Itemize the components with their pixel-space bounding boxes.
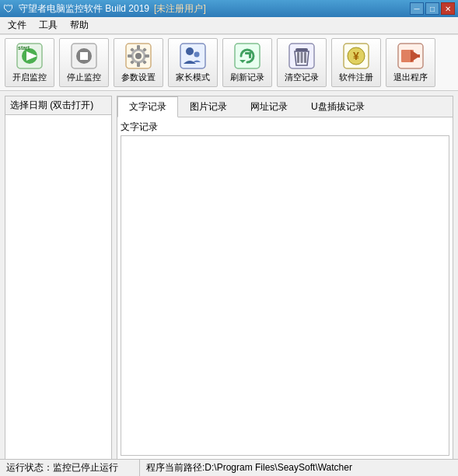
status-right: 程序当前路径:D:\Program Files\SeaySoft\Watcher (140, 461, 358, 474)
svg-rect-12 (128, 54, 132, 58)
stop-monitor-label: 停止监控 (67, 72, 101, 83)
parent-mode-button[interactable]: 家长模式 (168, 38, 218, 87)
minimize-button[interactable]: ─ (410, 2, 424, 15)
toolbar: start 开启监控 停止监控 (0, 34, 458, 91)
svg-rect-6 (80, 52, 88, 60)
main-content: 选择日期 (双击打开) 文字记录 图片记录 网址记录 U盘插拔记录 文字记录 (0, 91, 458, 464)
menu-help[interactable]: 帮助 (64, 17, 95, 33)
menu-file[interactable]: 文件 (2, 17, 33, 33)
tab-url-log[interactable]: 网址记录 (239, 96, 299, 117)
clear-button[interactable]: 清空记录 (277, 38, 327, 87)
menu-bar: 文件 工具 帮助 (0, 17, 458, 34)
exit-button[interactable]: 退出程序 (386, 38, 435, 87)
tab-bar: 文字记录 图片记录 网址记录 U盘插拔记录 (117, 96, 453, 117)
svg-point-9 (135, 53, 142, 59)
refresh-icon (233, 42, 261, 70)
tab-content: 文字记录 (117, 117, 453, 459)
exit-label: 退出程序 (393, 72, 428, 83)
start-monitor-button[interactable]: start 开启监控 (5, 38, 54, 87)
svg-rect-27 (297, 52, 299, 63)
title-label: 守望者电脑监控软件 Build 2019 (19, 2, 149, 16)
exit-icon (397, 42, 425, 70)
tab-content-label: 文字记录 (121, 121, 449, 134)
register-label: 软件注册 (339, 72, 373, 83)
svg-rect-24 (249, 52, 251, 58)
date-list[interactable] (5, 115, 111, 459)
close-button[interactable]: ✕ (441, 2, 455, 15)
tab-usb-log[interactable]: U盘插拔记录 (299, 96, 376, 117)
window-controls: ─ □ ✕ (410, 2, 455, 15)
svg-rect-29 (304, 52, 306, 63)
clear-icon (288, 42, 316, 70)
right-panel: 文字记录 图片记录 网址记录 U盘插拔记录 文字记录 (117, 96, 453, 460)
date-panel-header: 选择日期 (双击打开) (5, 96, 111, 115)
start-monitor-label: 开启监控 (12, 72, 47, 83)
maximize-button[interactable]: □ (425, 2, 439, 15)
params-label: 参数设置 (121, 72, 156, 83)
svg-point-19 (186, 47, 194, 55)
refresh-label: 刷新记录 (230, 72, 264, 83)
menu-tools[interactable]: 工具 (33, 17, 64, 33)
stop-monitor-button[interactable]: 停止监控 (59, 38, 109, 87)
params-icon (124, 42, 152, 70)
svg-rect-21 (235, 44, 260, 68)
parent-mode-icon (179, 42, 207, 70)
register-icon: ¥ (342, 42, 370, 70)
clear-label: 清空记录 (285, 72, 319, 83)
tab-text-log[interactable]: 文字记录 (117, 96, 178, 117)
start-icon: start (16, 42, 44, 70)
svg-text:start: start (18, 45, 30, 51)
svg-rect-18 (180, 44, 205, 68)
title-icon: 🛡 (3, 2, 14, 15)
register-button[interactable]: ¥ 软件注册 (331, 38, 381, 87)
svg-rect-11 (137, 62, 140, 67)
svg-text:¥: ¥ (353, 50, 359, 62)
svg-rect-36 (412, 54, 420, 58)
params-button[interactable]: 参数设置 (114, 38, 163, 87)
date-panel: 选择日期 (双击打开) (5, 96, 112, 460)
title-bar: 🛡 守望者电脑监控软件 Build 2019 [未注册用户] ─ □ ✕ (0, 0, 458, 17)
status-left: 运行状态：监控已停止运行 (0, 460, 140, 476)
status-bar: 运行状态：监控已停止运行 程序当前路径:D:\Program Files\Sea… (0, 459, 458, 476)
svg-rect-28 (301, 52, 303, 63)
parent-mode-label: 家长模式 (176, 72, 210, 83)
stop-icon (70, 42, 98, 70)
title-user-status: [未注册用户] (154, 2, 206, 16)
svg-rect-13 (145, 54, 149, 58)
refresh-button[interactable]: 刷新记录 (222, 38, 272, 87)
svg-rect-10 (137, 45, 140, 50)
tab-image-log[interactable]: 图片记录 (178, 96, 239, 117)
svg-point-20 (194, 52, 200, 58)
title-text: 🛡 守望者电脑监控软件 Build 2019 [未注册用户] (3, 2, 206, 16)
content-area[interactable] (121, 135, 449, 456)
